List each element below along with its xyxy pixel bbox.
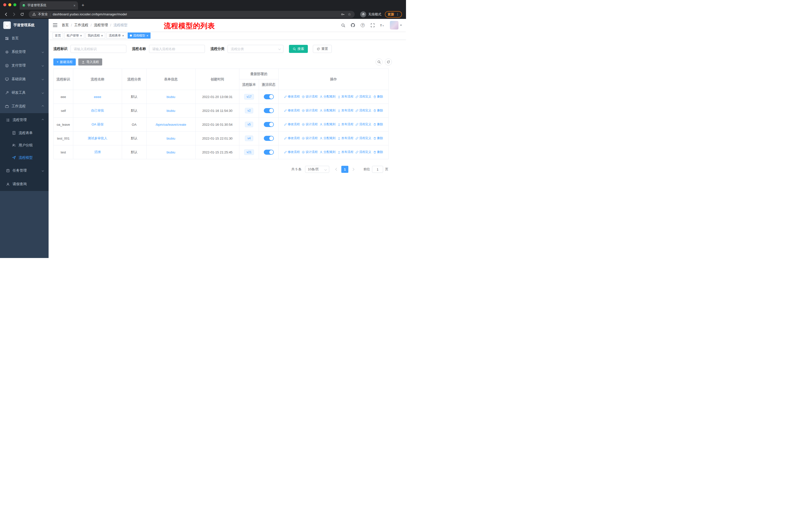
new-tab-button[interactable]: +: [82, 2, 84, 8]
action-assign-rule-link[interactable]: 分配规则: [320, 94, 336, 99]
process-name-link[interactable]: 自己审批: [91, 109, 104, 112]
refresh-table-button[interactable]: [385, 58, 392, 65]
hamburger-icon[interactable]: [53, 23, 58, 28]
browser-update-button[interactable]: 更新 ⋮: [385, 11, 402, 18]
process-name-link[interactable]: 滔博: [94, 150, 101, 154]
font-size-icon[interactable]: TT: [380, 23, 385, 27]
sidebar-item-payment-mgmt[interactable]: 支付管理: [0, 59, 49, 72]
tag-process-model[interactable]: 流程模型×: [127, 32, 151, 38]
sidebar-item-user-group[interactable]: 用户分组: [0, 139, 49, 152]
import-process-button[interactable]: 导入流程: [78, 58, 102, 65]
active-toggle[interactable]: [264, 94, 274, 99]
sidebar-item-process-form[interactable]: 流程表单: [0, 127, 49, 139]
address-bar[interactable]: 不安全 | dashboard.yudao.iocoder.cn/bpm/man…: [29, 11, 355, 18]
tag-close-icon[interactable]: ×: [80, 34, 82, 37]
sidebar-item-devtools[interactable]: 研发工具: [0, 86, 49, 100]
action-modify-link[interactable]: 修改流程: [284, 150, 300, 154]
action-publish-link[interactable]: 发布流程: [338, 150, 353, 154]
window-close-button[interactable]: [3, 3, 6, 6]
breadcrumb-process-mgmt[interactable]: 流程管理: [94, 23, 108, 27]
github-icon[interactable]: [351, 23, 355, 27]
action-modify-link[interactable]: 修改流程: [284, 94, 300, 99]
window-zoom-button[interactable]: [13, 3, 17, 6]
form-info-link[interactable]: biubiu: [167, 109, 175, 113]
action-definition-link[interactable]: 流程定义: [355, 108, 371, 113]
fullscreen-icon[interactable]: [370, 23, 375, 27]
breadcrumb-home[interactable]: 首页: [62, 23, 69, 27]
active-toggle[interactable]: [264, 150, 274, 155]
back-icon[interactable]: [2, 11, 9, 18]
action-definition-link[interactable]: 流程定义: [355, 94, 371, 99]
user-avatar[interactable]: [390, 21, 402, 29]
action-assign-rule-link[interactable]: 分配规则: [320, 122, 336, 127]
password-key-icon[interactable]: [341, 12, 345, 17]
action-design-link[interactable]: 设计流程: [302, 108, 318, 113]
action-delete-link[interactable]: 删除: [373, 94, 383, 99]
process-category-select[interactable]: [228, 45, 283, 53]
action-assign-rule-link[interactable]: 分配规则: [320, 136, 336, 140]
process-name-link[interactable]: 测试多审批人: [88, 136, 108, 140]
action-modify-link[interactable]: 修改流程: [284, 122, 300, 127]
sidebar-item-leave-query[interactable]: 请假查询: [0, 178, 49, 191]
action-publish-link[interactable]: 发布流程: [338, 136, 353, 140]
tag-tenant-mgmt[interactable]: 租户管理×: [64, 32, 84, 38]
sidebar-item-process-mgmt[interactable]: 流程管理: [0, 113, 49, 127]
window-minimize-button[interactable]: [8, 3, 11, 6]
tag-process-form[interactable]: 流程表单×: [107, 32, 126, 38]
process-name-link[interactable]: eeee: [94, 95, 101, 99]
page-size-select[interactable]: 10条/页: [305, 166, 329, 173]
reset-button[interactable]: 重置: [313, 45, 332, 53]
action-definition-link[interactable]: 流程定义: [355, 122, 371, 127]
tag-my-process[interactable]: 我的流程×: [86, 32, 106, 38]
action-publish-link[interactable]: 发布流程: [338, 108, 353, 113]
current-page-button[interactable]: 1: [341, 166, 348, 173]
sidebar-item-task-mgmt[interactable]: 任务管理: [0, 164, 49, 178]
help-icon[interactable]: ?: [360, 23, 365, 27]
action-delete-link[interactable]: 删除: [373, 136, 383, 140]
sidebar-item-process-model[interactable]: 流程模型: [0, 152, 49, 164]
next-page-button[interactable]: [349, 166, 356, 173]
process-id-input[interactable]: [70, 45, 126, 53]
tab-close-icon[interactable]: ×: [74, 3, 76, 7]
tag-close-icon[interactable]: ×: [122, 34, 124, 37]
form-info-link[interactable]: biubiu: [167, 137, 175, 140]
action-modify-link[interactable]: 修改流程: [284, 136, 300, 140]
action-modify-link[interactable]: 修改流程: [284, 108, 300, 113]
create-process-button[interactable]: + 新建流程: [53, 58, 76, 65]
url-text[interactable]: dashboard.yudao.iocoder.cn/bpm/manager/m…: [53, 12, 339, 16]
action-delete-link[interactable]: 删除: [373, 108, 383, 113]
sidebar-item-infrastructure[interactable]: 基础设施: [0, 72, 49, 86]
tag-close-icon[interactable]: ×: [146, 34, 148, 37]
action-publish-link[interactable]: 发布流程: [338, 94, 353, 99]
browser-menu-icon[interactable]: ⋮: [396, 12, 399, 16]
tag-close-icon[interactable]: ×: [101, 34, 103, 37]
goto-page-input[interactable]: [372, 166, 383, 173]
toggle-search-button[interactable]: [376, 58, 383, 65]
action-definition-link[interactable]: 流程定义: [355, 136, 371, 140]
form-info-link[interactable]: biubiu: [167, 151, 175, 154]
action-design-link[interactable]: 设计流程: [302, 122, 318, 127]
breadcrumb-workflow[interactable]: 工作流程: [74, 23, 88, 27]
security-label[interactable]: 不安全: [38, 12, 48, 17]
form-info-link[interactable]: biubiu: [167, 95, 175, 99]
form-info-link[interactable]: /bpm/oa/leave/create: [155, 123, 186, 127]
action-assign-rule-link[interactable]: 分配规则: [320, 108, 336, 113]
action-assign-rule-link[interactable]: 分配规则: [320, 150, 336, 154]
action-delete-link[interactable]: 删除: [373, 150, 383, 154]
forward-icon[interactable]: [10, 11, 18, 18]
action-design-link[interactable]: 设计流程: [302, 94, 318, 99]
active-toggle[interactable]: [264, 122, 274, 127]
action-design-link[interactable]: 设计流程: [302, 136, 318, 140]
sidebar-item-home[interactable]: 首页: [0, 31, 49, 45]
sidebar-item-system-mgmt[interactable]: 系统管理: [0, 45, 49, 59]
process-name-input[interactable]: [149, 45, 205, 53]
action-definition-link[interactable]: 流程定义: [355, 150, 371, 154]
browser-tab[interactable]: 芋道管理系统 ×: [20, 1, 78, 9]
app-logo-row[interactable]: 芋道管理系统: [0, 19, 49, 31]
search-button[interactable]: 搜索: [289, 45, 308, 53]
search-icon[interactable]: [341, 23, 345, 27]
active-toggle[interactable]: [264, 136, 274, 141]
bookmark-star-icon[interactable]: ☆: [348, 12, 351, 16]
process-name-link[interactable]: OA 请假: [92, 123, 104, 126]
action-design-link[interactable]: 设计流程: [302, 150, 318, 154]
